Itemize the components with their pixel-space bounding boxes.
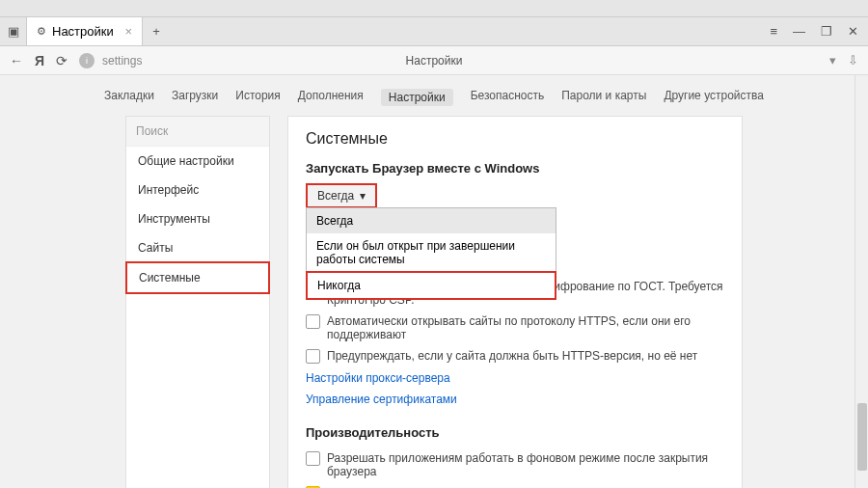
tab-strip: ▣ ⚙ Настройки × + ≡ — ❐ ✕	[0, 17, 868, 46]
site-info-icon[interactable]: i	[79, 53, 95, 68]
url-text: settings	[102, 54, 142, 68]
tab-title: Настройки	[52, 24, 114, 39]
checkbox[interactable]	[306, 314, 320, 329]
page-heading: Системные	[306, 130, 724, 148]
browser-tab[interactable]: ⚙ Настройки ×	[27, 17, 143, 45]
chevron-down-icon: ▾	[360, 189, 366, 203]
proxy-settings-link[interactable]: Настройки прокси-сервера	[306, 367, 724, 389]
reload-button[interactable]: ⟳	[56, 53, 68, 68]
window-titlebar	[0, 0, 868, 17]
checkbox-row[interactable]: ✓Использовать аппаратное ускорение, если…	[306, 482, 724, 488]
maximize-icon[interactable]: ❐	[821, 24, 832, 39]
scrollbar-thumb[interactable]	[857, 403, 867, 471]
dropdown-selected-label: Всегда	[317, 189, 354, 203]
tab-close-icon[interactable]: ×	[124, 24, 132, 39]
dropdown-option[interactable]: Если он был открыт при завершении работы…	[307, 233, 556, 272]
settings-top-nav: ЗакладкиЗагрузкиИсторияДополненияНастрой…	[0, 75, 868, 116]
settings-main-panel: Системные Запускать Браузер вместе с Win…	[287, 116, 743, 488]
window-close-icon[interactable]: ✕	[848, 24, 858, 39]
topnav-item[interactable]: История	[235, 89, 281, 106]
sidebar-item[interactable]: Инструменты	[126, 204, 269, 233]
menu-icon[interactable]: ≡	[770, 24, 777, 39]
checkbox-label: Разрешать приложениям работать в фоновом…	[327, 451, 724, 478]
launch-mode-dropdown[interactable]: Всегда ▾	[306, 183, 377, 208]
gear-icon: ⚙	[37, 25, 46, 38]
page-scrollbar[interactable]	[854, 75, 868, 488]
sidebar-items: Общие настройкиИнтерфейсИнструментыСайты…	[126, 147, 269, 294]
topnav-item[interactable]: Другие устройства	[664, 89, 764, 106]
checkbox-row[interactable]: Разрешать приложениям работать в фоновом…	[306, 447, 724, 482]
minimize-icon[interactable]: —	[793, 24, 805, 39]
checkbox-row[interactable]: Автоматически открывать сайты по протоко…	[306, 311, 724, 345]
address-bar[interactable]: i settings Настройки	[79, 53, 818, 68]
checkbox-row[interactable]: Предупреждать, если у сайта должна быть …	[306, 345, 724, 367]
address-bar-row: ← Я ⟳ i settings Настройки ▾ ⇩	[0, 46, 868, 75]
performance-heading: Производительность	[306, 425, 724, 440]
sidebar-item[interactable]: Системные	[125, 261, 270, 294]
launch-heading: Запускать Браузер вместе с Windows	[306, 161, 724, 176]
topnav-item[interactable]: Пароли и карты	[561, 89, 646, 106]
downloads-icon[interactable]: ⇩	[848, 53, 858, 68]
back-button[interactable]: ←	[10, 53, 23, 68]
manage-certs-link[interactable]: Управление сертификатами	[306, 389, 724, 410]
sidebar-item[interactable]: Интерфейс	[126, 176, 269, 204]
yandex-home-button[interactable]: Я	[35, 53, 44, 68]
dropdown-option[interactable]: Никогда	[306, 271, 556, 300]
new-tab-button[interactable]: +	[143, 17, 170, 45]
bookmark-icon[interactable]: ▾	[829, 53, 836, 68]
sidebar-item[interactable]: Сайты	[126, 233, 269, 262]
topnav-item[interactable]: Закладки	[104, 89, 154, 106]
checkbox-label: Автоматически открывать сайты по протоко…	[327, 314, 724, 341]
sidebar-item[interactable]: Общие настройки	[126, 147, 269, 176]
panels-icon[interactable]: ▣	[0, 17, 27, 45]
topnav-item[interactable]: Настройки	[381, 89, 453, 106]
topnav-item[interactable]: Дополнения	[298, 89, 364, 106]
dropdown-option[interactable]: Всегда	[307, 208, 556, 233]
topnav-item[interactable]: Загрузки	[172, 89, 218, 106]
checkbox[interactable]	[306, 451, 320, 466]
checkbox[interactable]	[306, 349, 320, 364]
sidebar-search[interactable]: Поиск	[126, 117, 269, 147]
settings-sidebar: Поиск Общие настройкиИнтерфейсИнструмент…	[125, 116, 270, 488]
page-title-center: Настройки	[406, 54, 463, 68]
topnav-item[interactable]: Безопасность	[471, 89, 545, 106]
launch-mode-dropdown-menu: ВсегдаЕсли он был открыт при завершении …	[306, 207, 556, 300]
checkbox-label: Предупреждать, если у сайта должна быть …	[327, 349, 697, 363]
